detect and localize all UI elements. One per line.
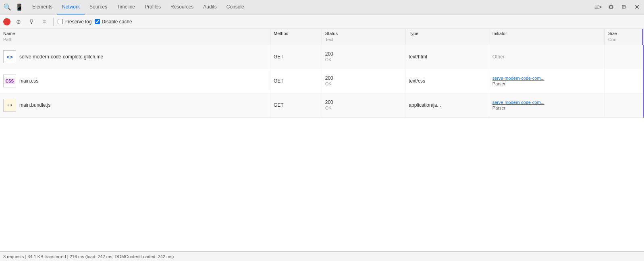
initiator-sub: Parser [492, 106, 505, 110]
status-bar-text: 3 requests | 34.1 KB transferred | 216 m… [3, 254, 174, 259]
status-bar: 3 requests | 34.1 KB transferred | 216 m… [0, 251, 644, 261]
cell-initiator: serve-modern-code-com...Parser [489, 69, 605, 93]
col-header-status[interactable]: Status Text [322, 29, 405, 45]
tab-profiles[interactable]: Profiles [140, 0, 166, 14]
dock-icon-btn[interactable]: ⧉ [618, 2, 629, 13]
clear-button[interactable]: ⊘ [14, 17, 23, 27]
search-icon-btn[interactable]: 🔍 [2, 2, 13, 13]
cell-initiator: serve-modern-code-com...Parser [489, 93, 605, 117]
cell-size [605, 69, 644, 93]
settings-icon-btn[interactable]: ⚙ [605, 2, 617, 13]
cell-type: text/css [405, 69, 489, 93]
cell-name: CSS main.css [0, 69, 270, 93]
close-icon-btn[interactable]: ✕ [631, 2, 642, 13]
view-toggle-button[interactable]: ≡ [39, 17, 49, 27]
disable-cache-label[interactable]: Disable cache [95, 19, 132, 25]
cell-status: 200OK [322, 93, 405, 117]
table-header-row: Name Path Method Status Text Type Initia… [0, 29, 644, 45]
initiator-sub: Parser [492, 81, 505, 86]
col-header-method[interactable]: Method [270, 29, 322, 45]
preserve-log-label[interactable]: Preserve log [58, 19, 91, 25]
table-row[interactable]: CSS main.css GET200OKtext/cssserve-moder… [0, 69, 644, 93]
disable-cache-checkbox[interactable] [95, 19, 100, 24]
cell-method: GET [270, 93, 322, 117]
cell-status: 200OK [322, 69, 405, 93]
cell-name: JS main.bundle.js [0, 93, 270, 117]
file-name: main.css [19, 78, 38, 84]
file-icon-css: CSS [3, 75, 16, 87]
top-nav: 🔍 📱 Elements Network Sources Timeline Pr… [0, 0, 644, 14]
initiator-link[interactable]: serve-modern-code-com... [492, 76, 544, 81]
cell-name: <> serve-modern-code-complete.glitch.me [0, 45, 270, 69]
network-table: Name Path Method Status Text Type Initia… [0, 29, 644, 118]
file-name: main.bundle.js [19, 102, 50, 108]
file-name: serve-modern-code-complete.glitch.me [19, 54, 103, 60]
device-icon-btn[interactable]: 📱 [14, 2, 25, 13]
col-header-name[interactable]: Name Path [0, 29, 270, 45]
tab-console[interactable]: Console [222, 0, 249, 14]
cell-method: GET [270, 69, 322, 93]
nav-right-icons: ≡> ⚙ ⧉ ✕ [592, 2, 642, 13]
cell-size [605, 93, 644, 117]
initiator-text: Other [492, 54, 505, 60]
nav-tabs: Elements Network Sources Timeline Profil… [27, 0, 249, 14]
tab-resources[interactable]: Resources [166, 0, 198, 14]
toolbar-divider [53, 18, 54, 26]
cell-status: 200OK [322, 45, 405, 69]
filter-button[interactable]: ⊽ [27, 17, 36, 27]
record-button[interactable] [3, 18, 10, 25]
cell-method: GET [270, 45, 322, 69]
tab-sources[interactable]: Sources [85, 0, 112, 14]
file-icon-js: JS [3, 99, 16, 112]
tab-network[interactable]: Network [57, 0, 85, 14]
tab-elements[interactable]: Elements [27, 0, 57, 14]
tab-audits[interactable]: Audits [198, 0, 221, 14]
cell-type: text/html [405, 45, 489, 69]
network-table-container: Name Path Method Status Text Type Initia… [0, 29, 644, 251]
cell-size [605, 45, 644, 69]
file-icon-html: <> [3, 50, 16, 63]
table-row[interactable]: JS main.bundle.js GET200OKapplication/ja… [0, 93, 644, 117]
cell-type: application/ja... [405, 93, 489, 117]
initiator-link[interactable]: serve-modern-code-com... [492, 100, 544, 105]
cell-initiator: Other [489, 45, 605, 69]
disable-cache-text: Disable cache [102, 19, 132, 25]
tab-timeline[interactable]: Timeline [112, 0, 140, 14]
preserve-log-text: Preserve log [64, 19, 91, 25]
col-header-type[interactable]: Type [405, 29, 489, 45]
preserve-log-checkbox[interactable] [58, 19, 63, 24]
table-row[interactable]: <> serve-modern-code-complete.glitch.me … [0, 45, 644, 69]
execute-icon-btn[interactable]: ≡> [592, 2, 604, 13]
col-header-size[interactable]: Size Con [605, 29, 644, 45]
network-toolbar: ⊘ ⊽ ≡ Preserve log Disable cache [0, 14, 644, 29]
col-header-initiator[interactable]: Initiator [489, 29, 605, 45]
